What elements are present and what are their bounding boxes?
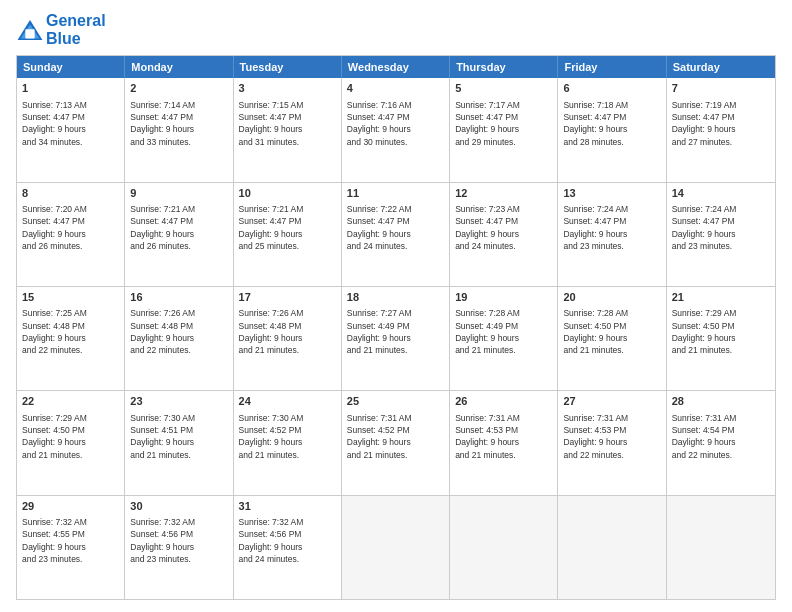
day-number: 24 [239, 394, 336, 409]
calendar-cell: 8Sunrise: 7:20 AM Sunset: 4:47 PM Daylig… [17, 183, 125, 286]
calendar-cell: 31Sunrise: 7:32 AM Sunset: 4:56 PM Dayli… [234, 496, 342, 599]
calendar-cell: 4Sunrise: 7:16 AM Sunset: 4:47 PM Daylig… [342, 78, 450, 181]
calendar-cell: 16Sunrise: 7:26 AM Sunset: 4:48 PM Dayli… [125, 287, 233, 390]
calendar-cell: 27Sunrise: 7:31 AM Sunset: 4:53 PM Dayli… [558, 391, 666, 494]
day-number: 31 [239, 499, 336, 514]
day-number: 21 [672, 290, 770, 305]
calendar-cell: 17Sunrise: 7:26 AM Sunset: 4:48 PM Dayli… [234, 287, 342, 390]
day-info: Sunrise: 7:30 AM Sunset: 4:51 PM Dayligh… [130, 412, 227, 461]
day-number: 12 [455, 186, 552, 201]
day-info: Sunrise: 7:32 AM Sunset: 4:56 PM Dayligh… [239, 516, 336, 565]
calendar-cell: 10Sunrise: 7:21 AM Sunset: 4:47 PM Dayli… [234, 183, 342, 286]
calendar-cell [558, 496, 666, 599]
calendar-cell: 14Sunrise: 7:24 AM Sunset: 4:47 PM Dayli… [667, 183, 775, 286]
calendar-cell: 26Sunrise: 7:31 AM Sunset: 4:53 PM Dayli… [450, 391, 558, 494]
day-number: 4 [347, 81, 444, 96]
calendar-cell: 5Sunrise: 7:17 AM Sunset: 4:47 PM Daylig… [450, 78, 558, 181]
calendar-cell [667, 496, 775, 599]
cal-header-cell: Tuesday [234, 56, 342, 78]
day-number: 8 [22, 186, 119, 201]
cal-header-cell: Saturday [667, 56, 775, 78]
day-info: Sunrise: 7:31 AM Sunset: 4:53 PM Dayligh… [455, 412, 552, 461]
day-number: 17 [239, 290, 336, 305]
day-info: Sunrise: 7:18 AM Sunset: 4:47 PM Dayligh… [563, 99, 660, 148]
day-number: 19 [455, 290, 552, 305]
calendar-cell [450, 496, 558, 599]
day-number: 5 [455, 81, 552, 96]
day-info: Sunrise: 7:31 AM Sunset: 4:54 PM Dayligh… [672, 412, 770, 461]
calendar-cell: 24Sunrise: 7:30 AM Sunset: 4:52 PM Dayli… [234, 391, 342, 494]
day-info: Sunrise: 7:17 AM Sunset: 4:47 PM Dayligh… [455, 99, 552, 148]
calendar: SundayMondayTuesdayWednesdayThursdayFrid… [16, 55, 776, 600]
day-info: Sunrise: 7:27 AM Sunset: 4:49 PM Dayligh… [347, 307, 444, 356]
day-number: 23 [130, 394, 227, 409]
cal-header-cell: Thursday [450, 56, 558, 78]
day-info: Sunrise: 7:32 AM Sunset: 4:55 PM Dayligh… [22, 516, 119, 565]
calendar-cell: 25Sunrise: 7:31 AM Sunset: 4:52 PM Dayli… [342, 391, 450, 494]
logo: General Blue [16, 12, 106, 47]
day-number: 25 [347, 394, 444, 409]
logo-text: General Blue [46, 12, 106, 47]
day-number: 22 [22, 394, 119, 409]
svg-rect-2 [25, 29, 34, 38]
cal-header-cell: Monday [125, 56, 233, 78]
day-number: 13 [563, 186, 660, 201]
calendar-cell: 19Sunrise: 7:28 AM Sunset: 4:49 PM Dayli… [450, 287, 558, 390]
day-number: 20 [563, 290, 660, 305]
calendar-header: SundayMondayTuesdayWednesdayThursdayFrid… [17, 56, 775, 78]
day-info: Sunrise: 7:14 AM Sunset: 4:47 PM Dayligh… [130, 99, 227, 148]
calendar-cell: 3Sunrise: 7:15 AM Sunset: 4:47 PM Daylig… [234, 78, 342, 181]
calendar-cell: 22Sunrise: 7:29 AM Sunset: 4:50 PM Dayli… [17, 391, 125, 494]
day-info: Sunrise: 7:15 AM Sunset: 4:47 PM Dayligh… [239, 99, 336, 148]
calendar-cell: 11Sunrise: 7:22 AM Sunset: 4:47 PM Dayli… [342, 183, 450, 286]
day-info: Sunrise: 7:31 AM Sunset: 4:53 PM Dayligh… [563, 412, 660, 461]
day-info: Sunrise: 7:32 AM Sunset: 4:56 PM Dayligh… [130, 516, 227, 565]
calendar-cell: 21Sunrise: 7:29 AM Sunset: 4:50 PM Dayli… [667, 287, 775, 390]
calendar-cell: 13Sunrise: 7:24 AM Sunset: 4:47 PM Dayli… [558, 183, 666, 286]
header: General Blue [16, 12, 776, 47]
calendar-cell: 12Sunrise: 7:23 AM Sunset: 4:47 PM Dayli… [450, 183, 558, 286]
calendar-row: 22Sunrise: 7:29 AM Sunset: 4:50 PM Dayli… [17, 390, 775, 494]
day-info: Sunrise: 7:26 AM Sunset: 4:48 PM Dayligh… [239, 307, 336, 356]
calendar-row: 29Sunrise: 7:32 AM Sunset: 4:55 PM Dayli… [17, 495, 775, 599]
day-info: Sunrise: 7:25 AM Sunset: 4:48 PM Dayligh… [22, 307, 119, 356]
calendar-body: 1Sunrise: 7:13 AM Sunset: 4:47 PM Daylig… [17, 78, 775, 599]
calendar-row: 15Sunrise: 7:25 AM Sunset: 4:48 PM Dayli… [17, 286, 775, 390]
calendar-cell: 18Sunrise: 7:27 AM Sunset: 4:49 PM Dayli… [342, 287, 450, 390]
day-info: Sunrise: 7:21 AM Sunset: 4:47 PM Dayligh… [239, 203, 336, 252]
calendar-cell: 28Sunrise: 7:31 AM Sunset: 4:54 PM Dayli… [667, 391, 775, 494]
day-number: 3 [239, 81, 336, 96]
day-number: 15 [22, 290, 119, 305]
day-info: Sunrise: 7:29 AM Sunset: 4:50 PM Dayligh… [22, 412, 119, 461]
day-number: 28 [672, 394, 770, 409]
day-number: 7 [672, 81, 770, 96]
calendar-cell: 2Sunrise: 7:14 AM Sunset: 4:47 PM Daylig… [125, 78, 233, 181]
cal-header-cell: Sunday [17, 56, 125, 78]
day-number: 26 [455, 394, 552, 409]
calendar-row: 1Sunrise: 7:13 AM Sunset: 4:47 PM Daylig… [17, 78, 775, 181]
day-number: 14 [672, 186, 770, 201]
day-info: Sunrise: 7:26 AM Sunset: 4:48 PM Dayligh… [130, 307, 227, 356]
day-number: 16 [130, 290, 227, 305]
day-info: Sunrise: 7:29 AM Sunset: 4:50 PM Dayligh… [672, 307, 770, 356]
calendar-cell: 20Sunrise: 7:28 AM Sunset: 4:50 PM Dayli… [558, 287, 666, 390]
day-info: Sunrise: 7:22 AM Sunset: 4:47 PM Dayligh… [347, 203, 444, 252]
day-number: 30 [130, 499, 227, 514]
day-number: 6 [563, 81, 660, 96]
logo-icon [16, 18, 44, 42]
calendar-cell: 9Sunrise: 7:21 AM Sunset: 4:47 PM Daylig… [125, 183, 233, 286]
cal-header-cell: Friday [558, 56, 666, 78]
calendar-cell: 29Sunrise: 7:32 AM Sunset: 4:55 PM Dayli… [17, 496, 125, 599]
day-info: Sunrise: 7:31 AM Sunset: 4:52 PM Dayligh… [347, 412, 444, 461]
day-info: Sunrise: 7:24 AM Sunset: 4:47 PM Dayligh… [563, 203, 660, 252]
day-info: Sunrise: 7:30 AM Sunset: 4:52 PM Dayligh… [239, 412, 336, 461]
day-info: Sunrise: 7:13 AM Sunset: 4:47 PM Dayligh… [22, 99, 119, 148]
day-info: Sunrise: 7:28 AM Sunset: 4:50 PM Dayligh… [563, 307, 660, 356]
calendar-row: 8Sunrise: 7:20 AM Sunset: 4:47 PM Daylig… [17, 182, 775, 286]
day-info: Sunrise: 7:24 AM Sunset: 4:47 PM Dayligh… [672, 203, 770, 252]
day-number: 29 [22, 499, 119, 514]
day-number: 9 [130, 186, 227, 201]
day-info: Sunrise: 7:19 AM Sunset: 4:47 PM Dayligh… [672, 99, 770, 148]
day-info: Sunrise: 7:20 AM Sunset: 4:47 PM Dayligh… [22, 203, 119, 252]
page: General Blue SundayMondayTuesdayWednesda… [0, 0, 792, 612]
